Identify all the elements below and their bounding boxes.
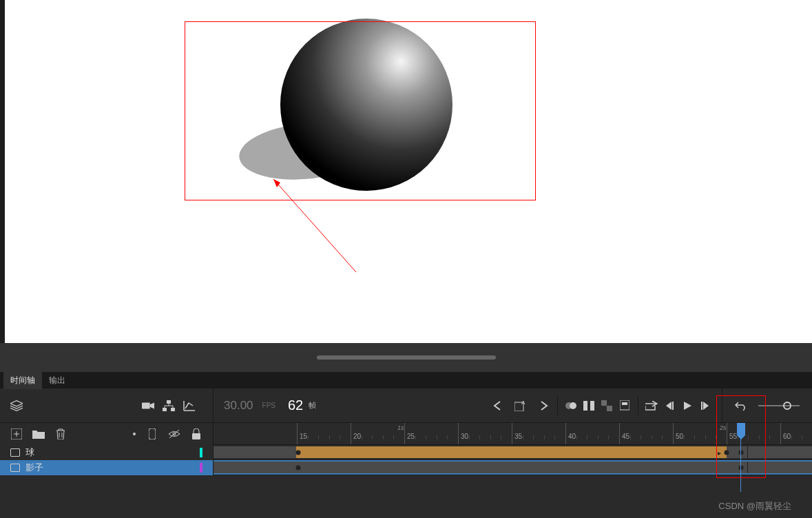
ruler-seconds-1: 1s [397, 424, 404, 431]
highlight-icon[interactable] [146, 428, 158, 440]
svg-rect-5 [171, 408, 175, 411]
layer-color-chip [200, 448, 202, 457]
dot-icon[interactable] [132, 428, 136, 440]
layer-name-label: 球 [25, 446, 194, 459]
watermark: CSDN @雨翼轻尘 [718, 500, 791, 512]
layer-track-ball[interactable]: ▸ [214, 445, 812, 460]
tab-timeline[interactable]: 时间轴 [3, 372, 42, 389]
svg-rect-17 [701, 402, 702, 410]
ruler-row: 1s 2s 1520253035404550556065 [0, 423, 812, 445]
svg-rect-11 [590, 401, 594, 411]
folder-icon[interactable] [32, 428, 45, 440]
ruler-tick: 15 [297, 423, 307, 444]
ruler-tick: 30 [458, 423, 468, 444]
svg-rect-13 [607, 406, 612, 411]
ruler-tick: 55 [727, 423, 737, 444]
hierarchy-icon[interactable] [163, 400, 175, 412]
export-icon[interactable] [645, 400, 658, 412]
layer-row-ball[interactable]: 球 ▸ [0, 445, 812, 460]
svg-rect-21 [149, 428, 156, 439]
svg-rect-3 [167, 400, 171, 404]
play-icon[interactable] [681, 400, 694, 412]
camera-icon[interactable] [142, 400, 154, 412]
ruler-tick: 60 [780, 423, 791, 444]
layers-menu-icon[interactable] [10, 400, 23, 412]
playhead[interactable] [737, 423, 745, 435]
layer-type-icon [10, 448, 20, 457]
scroll-thumb[interactable] [317, 355, 496, 360]
timeline-controls: 30.00 FPS 62 帧 A [0, 388, 812, 423]
timeline-panel: 30.00 FPS 62 帧 A [0, 388, 812, 518]
layer-name-label: 影子 [25, 462, 194, 474]
layers-list: 球 ▸ 影子 [0, 445, 812, 518]
prev-kf-icon[interactable] [491, 400, 503, 412]
undo-icon[interactable] [735, 400, 747, 412]
graph-icon[interactable] [183, 400, 196, 412]
ruler-seconds-2: 2s [720, 424, 727, 431]
svg-rect-15 [622, 402, 627, 405]
layer-color-chip [200, 463, 202, 473]
tab-output[interactable]: 输出 [42, 372, 72, 389]
add-layer-icon[interactable] [10, 428, 23, 440]
layer-type-icon [10, 464, 20, 472]
ruler-tick: 40 [565, 423, 576, 444]
edit-frames-icon[interactable] [601, 400, 613, 412]
ruler-tick: 20 [351, 423, 361, 444]
step-back-icon[interactable] [663, 400, 676, 412]
svg-rect-16 [672, 402, 674, 410]
marker-icon[interactable] [618, 400, 631, 412]
horizontal-scroll-area [0, 343, 812, 372]
layer-track-shadow[interactable] [214, 460, 812, 475]
layer-row-shadow[interactable]: 影子 [0, 460, 812, 475]
frame-label: 帧 [309, 400, 316, 411]
ruler-tick: 45 [619, 423, 629, 444]
onion-skin-icon[interactable] [565, 400, 577, 412]
onion-outline-icon[interactable] [583, 400, 595, 412]
frame-value[interactable]: 62 [288, 397, 303, 413]
delete-icon[interactable] [54, 428, 67, 440]
svg-rect-2 [142, 402, 150, 408]
panel-tabs: 时间轴 输出 [0, 372, 812, 388]
svg-rect-12 [601, 400, 607, 406]
annotation-arrow [267, 172, 363, 276]
step-forward-icon[interactable] [699, 400, 711, 412]
fps-label: FPS [262, 402, 275, 409]
ruler-tick: 25 [404, 423, 415, 444]
ruler-tick: 50 [673, 423, 683, 444]
svg-point-9 [570, 402, 576, 409]
fps-value[interactable]: 30.00 [224, 399, 253, 413]
timeline-ruler[interactable]: 1s 2s 1520253035404550556065 [214, 423, 812, 445]
svg-line-0 [273, 179, 356, 272]
svg-line-23 [169, 430, 179, 438]
canvas-stage[interactable] [0, 0, 812, 343]
svg-rect-4 [163, 408, 167, 411]
svg-text:A: A [521, 400, 525, 406]
visibility-icon[interactable] [168, 428, 180, 440]
ruler-tick: 35 [512, 423, 522, 444]
zoom-slider[interactable] [758, 400, 800, 412]
next-kf-icon[interactable] [538, 400, 550, 412]
svg-rect-24 [192, 433, 200, 439]
insert-kf-icon[interactable]: A [514, 400, 527, 412]
svg-rect-10 [583, 401, 587, 411]
lock-icon[interactable] [190, 428, 202, 440]
